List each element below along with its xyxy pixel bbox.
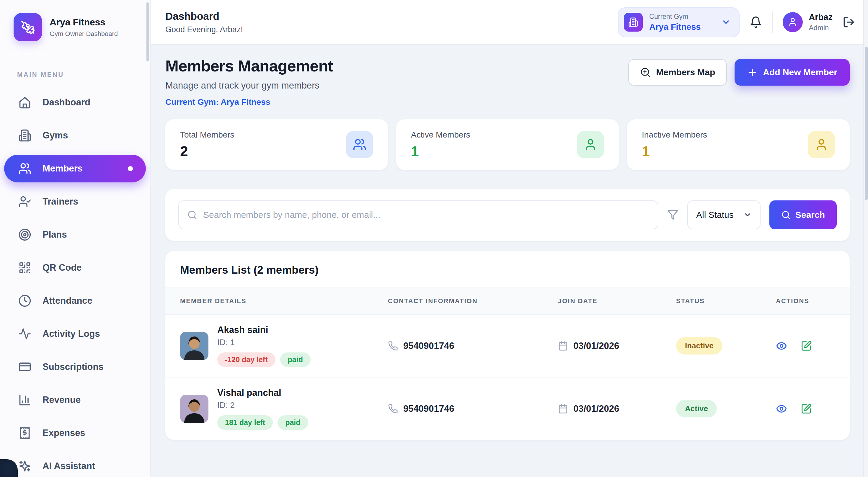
stats-row: Total Members 2 Active Members 1 [165,119,850,170]
sidebar-item-gyms[interactable]: Gyms [4,122,146,149]
page-scrollbar-thumb[interactable] [865,46,868,200]
member-details-cell: Akash saini ID: 1 -120 day left paid [180,325,388,367]
contact-cell: 9540901746 [388,404,558,414]
sidebar-item-attendance[interactable]: Attendance [4,287,146,315]
bell-icon [750,16,762,28]
sidebar-item-label: Plans [42,229,67,240]
member-avatar [180,395,209,423]
current-gym-label: Current Gym [649,13,701,21]
sidebar-item-icon [18,294,31,307]
top-bar: Dashboard Good Evening, Arbaz! Current G… [151,0,868,45]
chevron-down-icon [743,211,752,219]
sidebar-item-icon [18,195,31,208]
member-icon [814,138,828,152]
edit-member-button[interactable] [801,340,812,352]
table-row: Akash saini ID: 1 -120 day left paid 954… [165,315,850,378]
sidebar-item-dashboard[interactable]: Dashboard [4,89,146,116]
main-content: Members Management Manage and track your… [151,45,868,477]
add-new-member-button[interactable]: Add New Member [735,59,850,86]
sidebar: Arya Fitness Gym Owner Dashboard MAIN ME… [0,0,151,477]
sidebar-item-label: Activity Logs [42,328,100,339]
active-dot [128,166,133,171]
brand-subtitle: Gym Owner Dashboard [50,30,118,38]
user-menu[interactable]: Arbaz Admin [783,12,833,32]
sidebar-item-icon [18,228,31,241]
stat-value: 1 [411,143,470,159]
user-role: Admin [809,24,833,32]
join-date: 03/01/2026 [574,404,619,414]
notifications-button[interactable] [750,16,762,28]
page-subtitle: Manage and track your gym members [165,80,333,91]
stat-card: Total Members 2 [165,119,388,170]
sidebar-item-icon [18,162,31,175]
dumbbell-icon [20,20,35,35]
member-details-cell: Vishal panchal ID: 2 181 day left paid [180,387,388,430]
view-member-button[interactable] [776,403,787,414]
funnel-icon [667,209,678,221]
calendar-icon [558,404,568,414]
zoom-in-icon [640,67,651,77]
filter-button[interactable] [667,209,678,221]
member-id: ID: 2 [217,401,308,410]
status-badge: Inactive [676,337,722,354]
sidebar-item-qr-code[interactable]: QR Code [4,254,146,282]
edit-member-button[interactable] [801,403,812,414]
sidebar-item-label: Subscriptions [42,361,104,372]
table-body: Akash saini ID: 1 -120 day left paid 954… [165,315,850,440]
column-header: Status [676,297,776,305]
sidebar-item-label: Members [42,163,83,174]
current-gym-link[interactable]: Current Gym: Arya Fitness [165,97,333,107]
search-button[interactable]: Search [769,200,837,229]
status-badge: Active [676,400,717,417]
sidebar-section-label: MAIN MENU [17,71,150,78]
app-window: Arya Fitness Gym Owner Dashboard MAIN ME… [0,0,868,477]
brand-logo [13,13,42,41]
page-scrollbar[interactable] [863,0,868,477]
stat-value: 2 [180,143,235,159]
sidebar-item-icon [18,426,31,440]
sidebar-item-icon [18,459,31,473]
payment-badge: paid [278,415,308,430]
members-map-button[interactable]: Members Map [628,59,727,86]
sidebar-item-plans[interactable]: Plans [4,221,146,249]
stat-icon-chip [577,131,604,158]
sidebar-item-members[interactable]: Members [4,155,146,183]
logout-button[interactable] [843,16,855,28]
join-date-cell: 03/01/2026 [558,404,676,414]
stat-value: 1 [642,143,707,159]
sidebar-item-label: AI Assistant [42,461,95,471]
view-member-button[interactable] [776,340,787,352]
member-icon [584,138,597,152]
page-title: Members Management [165,57,333,75]
join-date: 03/01/2026 [574,341,619,351]
days-left-badge: -120 day left [217,352,275,367]
sidebar-item-revenue[interactable]: Revenue [4,386,146,414]
user-name: Arbaz [809,12,833,22]
logout-icon [843,16,855,28]
status-cell: Inactive [676,337,776,354]
sidebar-item-subscriptions[interactable]: Subscriptions [4,353,146,381]
search-input[interactable] [203,210,650,220]
plus-icon [747,67,757,77]
sidebar-scrollbar[interactable] [147,2,149,61]
sidebar-item-icon [18,261,31,274]
status-cell: Active [676,400,776,417]
search-icon [187,210,197,220]
status-filter-select[interactable]: All Status [687,200,761,229]
sidebar-item-trainers[interactable]: Trainers [4,188,146,216]
current-gym-selector[interactable]: Current Gym Arya Fitness [618,7,740,37]
sidebar-item-ai-assistant[interactable]: AI Assistant [4,452,146,477]
member-name: Akash saini [217,325,311,335]
stat-label: Active Members [411,130,470,139]
header-title: Dashboard [165,10,243,22]
stat-icon-chip [808,131,835,158]
sidebar-item-expenses[interactable]: Expenses [4,419,146,447]
join-date-cell: 03/01/2026 [558,341,676,351]
header-greeting: Good Evening, Arbaz! [165,25,243,34]
search-icon [781,210,790,220]
member-avatar [180,332,209,360]
payment-badge: paid [280,352,311,367]
sidebar-item-activity-logs[interactable]: Activity Logs [4,320,146,348]
stat-icon-chip [346,131,373,158]
members-list-title: Members List (2 members) [165,251,850,287]
